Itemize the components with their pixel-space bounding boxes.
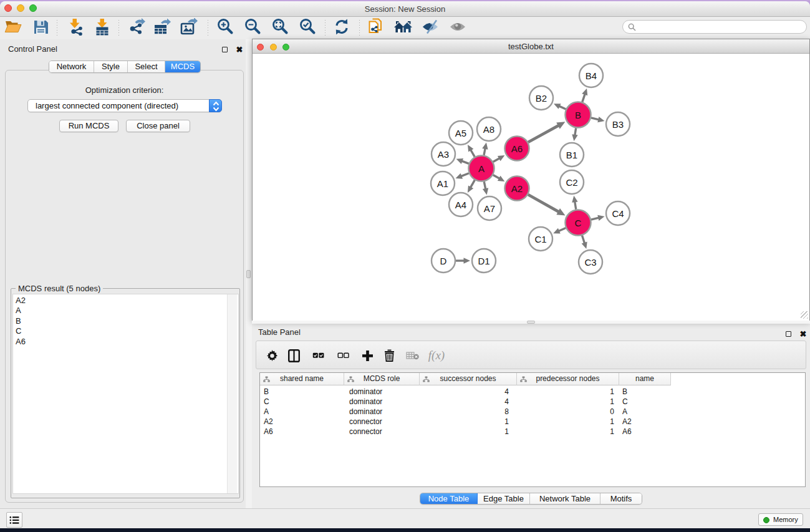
- refresh-button[interactable]: [331, 19, 352, 35]
- zoom-selected-button[interactable]: [297, 19, 318, 35]
- tab-motifs[interactable]: Motifs: [600, 493, 642, 504]
- column-header-MCDS-role[interactable]: MCDS role: [344, 373, 420, 385]
- close-panel-icon[interactable]: ✖: [799, 331, 806, 337]
- zoom-fit-button[interactable]: [269, 19, 291, 35]
- import-table-button[interactable]: [92, 19, 113, 35]
- graph-edge-B-B3[interactable]: [591, 118, 599, 120]
- graph-edge-B-B1[interactable]: [575, 128, 576, 135]
- table-cell[interactable]: connector: [344, 427, 420, 437]
- table-cell[interactable]: C: [260, 397, 344, 407]
- function-builder-button[interactable]: f(x): [426, 341, 447, 370]
- table-cell[interactable]: B: [260, 387, 344, 397]
- select-all-checkbox-button[interactable]: [310, 341, 326, 370]
- graph-edge-A6-B[interactable]: [528, 125, 559, 142]
- table-cell[interactable]: connector: [344, 417, 420, 427]
- graph-edge-C-C1[interactable]: [559, 228, 566, 231]
- tab-style[interactable]: Style: [94, 61, 128, 72]
- table-cell[interactable]: A6: [260, 427, 344, 437]
- table-cell[interactable]: 1: [517, 427, 619, 437]
- result-list-item[interactable]: A6: [16, 337, 26, 347]
- table-cell[interactable]: 4: [420, 387, 517, 397]
- graph-edge-C-C2[interactable]: [575, 201, 576, 210]
- graph-edge-A-A8[interactable]: [484, 148, 485, 155]
- show-all-button[interactable]: [448, 19, 469, 35]
- result-list-item[interactable]: A2: [16, 296, 26, 306]
- graph-edge-A-A2[interactable]: [493, 175, 499, 179]
- table-cell[interactable]: 0: [517, 407, 619, 417]
- graph-edge-B-B4[interactable]: [582, 94, 585, 102]
- graph-edge-A-A7[interactable]: [484, 181, 485, 189]
- table-cell[interactable]: 4: [420, 397, 517, 407]
- run-mcds-button[interactable]: Run MCDS: [59, 120, 118, 132]
- network-from-file-button[interactable]: [366, 19, 387, 35]
- table-cell[interactable]: 1: [517, 397, 619, 407]
- show-panels-button[interactable]: [6, 512, 22, 528]
- tab-network-table[interactable]: Network Table: [530, 493, 600, 504]
- table-row[interactable]: Bdominator41B: [260, 387, 806, 397]
- column-header-shared-name[interactable]: shared name: [260, 373, 344, 385]
- table-cell[interactable]: dominator: [344, 387, 420, 397]
- column-header-successor-nodes[interactable]: successor nodes: [420, 373, 517, 385]
- vertical-split-grip[interactable]: [246, 270, 251, 278]
- settings-gear-button[interactable]: [264, 341, 280, 370]
- table-cell[interactable]: A: [619, 407, 671, 417]
- table-cell[interactable]: 1: [517, 417, 619, 427]
- table-cell[interactable]: 8: [420, 407, 517, 417]
- table-cell[interactable]: C: [619, 397, 671, 407]
- table-cell[interactable]: dominator: [344, 397, 420, 407]
- graph-edge-A-A5[interactable]: [471, 150, 475, 157]
- graph-edge-A-A6[interactable]: [493, 158, 499, 162]
- column-header-name[interactable]: name: [619, 373, 671, 385]
- export-network-button[interactable]: [126, 19, 147, 35]
- open-session-button[interactable]: [2, 19, 24, 35]
- result-list-item[interactable]: B: [16, 316, 26, 326]
- split-column-button[interactable]: [286, 341, 302, 370]
- export-image-button[interactable]: [178, 19, 200, 35]
- graph-edge-B-B2[interactable]: [559, 106, 566, 109]
- search-input[interactable]: [639, 21, 801, 32]
- deselect-all-checkbox-button[interactable]: [335, 341, 351, 370]
- table-cell[interactable]: A6: [619, 427, 671, 437]
- network-graph[interactable]: AA1A2A3A4A5A6A7A8BB1B2B3B4CC1C2C3C4DD1: [253, 54, 809, 321]
- window-resize-grip[interactable]: [801, 311, 808, 319]
- zoom-in-button[interactable]: [215, 19, 236, 35]
- add-column-button[interactable]: [359, 341, 375, 370]
- table-cell[interactable]: A2: [619, 417, 671, 427]
- zoom-out-button[interactable]: [242, 19, 263, 35]
- column-header-predecessor-nodes[interactable]: predecessor nodes: [517, 373, 619, 385]
- table-cell[interactable]: A: [260, 407, 344, 417]
- table-row[interactable]: A2connector11A2: [260, 417, 806, 427]
- table-cell[interactable]: A2: [260, 417, 344, 427]
- import-network-button[interactable]: [65, 19, 86, 35]
- tab-edge-table[interactable]: Edge Table: [478, 493, 530, 504]
- save-session-button[interactable]: [30, 19, 51, 35]
- graph-edge-A-A4[interactable]: [471, 180, 475, 188]
- close-panel-button[interactable]: Close panel: [126, 120, 190, 132]
- export-table-button[interactable]: [152, 19, 173, 35]
- hide-selected-button[interactable]: [420, 19, 441, 35]
- mcds-result-list[interactable]: A2ABCA6: [12, 294, 239, 494]
- table-row[interactable]: Adominator80A: [260, 407, 806, 417]
- graph-edge-A2-C[interactable]: [528, 195, 559, 212]
- network-canvas[interactable]: AA1A2A3A4A5A6A7A8BB1B2B3B4CC1C2C3C4DD1: [253, 54, 809, 321]
- result-list-item[interactable]: C: [16, 326, 26, 336]
- float-panel-icon[interactable]: [786, 331, 791, 337]
- graph-edge-A-A1[interactable]: [461, 173, 469, 177]
- result-list-scrollbar[interactable]: [227, 294, 237, 493]
- close-panel-icon[interactable]: ✖: [236, 47, 243, 52]
- float-panel-icon[interactable]: [222, 47, 228, 52]
- table-row[interactable]: Cdominator41C: [260, 397, 806, 407]
- table-cell[interactable]: 1: [517, 387, 619, 397]
- result-list-item[interactable]: A: [16, 306, 26, 316]
- tab-network[interactable]: Network: [49, 61, 94, 72]
- search-field[interactable]: [622, 20, 807, 34]
- table-cell[interactable]: B: [619, 387, 671, 397]
- graph-edge-A-A3[interactable]: [461, 161, 468, 163]
- vertical-split-divider[interactable]: [246, 39, 252, 509]
- table-cell[interactable]: 1: [420, 427, 517, 437]
- table-cell[interactable]: 1: [420, 417, 517, 427]
- graph-edge-C-C3[interactable]: [582, 235, 585, 243]
- tab-select[interactable]: Select: [128, 61, 165, 72]
- graph-edge-C-C4[interactable]: [591, 218, 599, 220]
- delete-table-button[interactable]: [403, 341, 421, 370]
